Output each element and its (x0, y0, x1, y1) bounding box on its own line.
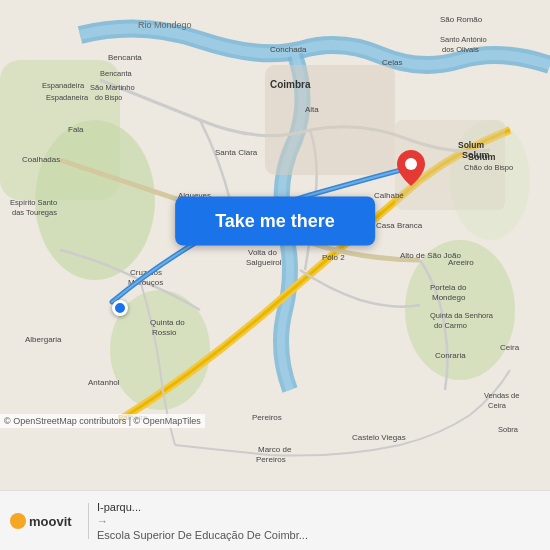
svg-text:Quinta da Senhora: Quinta da Senhora (430, 311, 494, 320)
svg-text:Rossio: Rossio (152, 328, 177, 337)
svg-text:Albergaria: Albergaria (25, 335, 62, 344)
origin-marker (112, 300, 128, 316)
svg-text:moovit: moovit (29, 514, 72, 529)
destination-marker (397, 150, 425, 190)
destination-label: Escola Superior De Educação De Coimbr... (97, 529, 540, 541)
svg-point-59 (405, 158, 417, 170)
moovit-logo: moovit (10, 501, 80, 541)
svg-text:Solum: Solum (468, 152, 496, 162)
svg-text:Conraria: Conraria (435, 351, 466, 360)
svg-text:Volta do: Volta do (248, 248, 277, 257)
svg-text:Mondego: Mondego (432, 293, 466, 302)
svg-text:Alta: Alta (305, 105, 319, 114)
svg-text:Espanadeira: Espanadeira (42, 81, 85, 90)
bottom-bar: moovit I-parqu... → Escola Superior De E… (0, 490, 550, 550)
svg-text:Fala: Fala (68, 125, 84, 134)
svg-text:São Martinho: São Martinho (90, 83, 135, 92)
svg-text:Solum: Solum (458, 140, 484, 150)
svg-text:Vendas de: Vendas de (484, 391, 519, 400)
svg-text:Celas: Celas (382, 58, 402, 67)
svg-text:Santo António: Santo António (440, 35, 487, 44)
bottom-bar-divider (88, 503, 89, 539)
svg-point-60 (10, 513, 26, 529)
svg-text:das Touregas: das Touregas (12, 208, 57, 217)
svg-text:Bencanta: Bencanta (108, 53, 142, 62)
svg-text:Pereiros: Pereiros (252, 413, 282, 422)
svg-text:do Carmo: do Carmo (434, 321, 467, 330)
svg-text:Marco de: Marco de (258, 445, 292, 454)
svg-text:dos Olivais: dos Olivais (442, 45, 479, 54)
svg-text:Coimbra: Coimbra (270, 79, 311, 90)
svg-text:Antanhol: Antanhol (88, 378, 120, 387)
svg-text:Bencanta: Bencanta (100, 69, 133, 78)
svg-text:Rio Mondego: Rio Mondego (138, 20, 192, 30)
arrow-icon: → (97, 515, 540, 527)
svg-text:Casa Branca: Casa Branca (376, 221, 423, 230)
svg-text:Ceira: Ceira (500, 343, 520, 352)
svg-text:Santa Clara: Santa Clara (215, 148, 258, 157)
map-attribution: © OpenStreetMap contributors | © OpenMap… (0, 414, 205, 428)
svg-text:Salgueirol: Salgueirol (246, 258, 282, 267)
map-container: Rio Mondego Bencanta Bencanta São Martin… (0, 0, 550, 490)
svg-text:São Romão: São Romão (440, 15, 483, 24)
origin-label: I-parqu... (97, 501, 540, 513)
svg-text:Coalhadas: Coalhadas (22, 155, 60, 164)
svg-text:Ceira: Ceira (488, 401, 507, 410)
svg-text:Portela do: Portela do (430, 283, 467, 292)
svg-text:Espadaneira: Espadaneira (46, 93, 89, 102)
svg-text:do Bispo: do Bispo (95, 94, 122, 102)
svg-text:Quinta do: Quinta do (150, 318, 185, 327)
destination-info: I-parqu... → Escola Superior De Educação… (97, 501, 540, 541)
svg-text:Areeiro: Areeiro (448, 258, 474, 267)
svg-text:Castelo Viegas: Castelo Viegas (352, 433, 406, 442)
svg-text:Espírito Santo: Espírito Santo (10, 198, 57, 207)
take-me-there-button[interactable]: Take me there (175, 196, 375, 245)
svg-text:Calhabé: Calhabé (374, 191, 404, 200)
svg-text:Sobra: Sobra (498, 425, 519, 434)
svg-text:Chão do Bispo: Chão do Bispo (464, 163, 513, 172)
svg-text:Conchada: Conchada (270, 45, 307, 54)
svg-text:Pólo 2: Pólo 2 (322, 253, 345, 262)
svg-text:Pereiros: Pereiros (256, 455, 286, 464)
